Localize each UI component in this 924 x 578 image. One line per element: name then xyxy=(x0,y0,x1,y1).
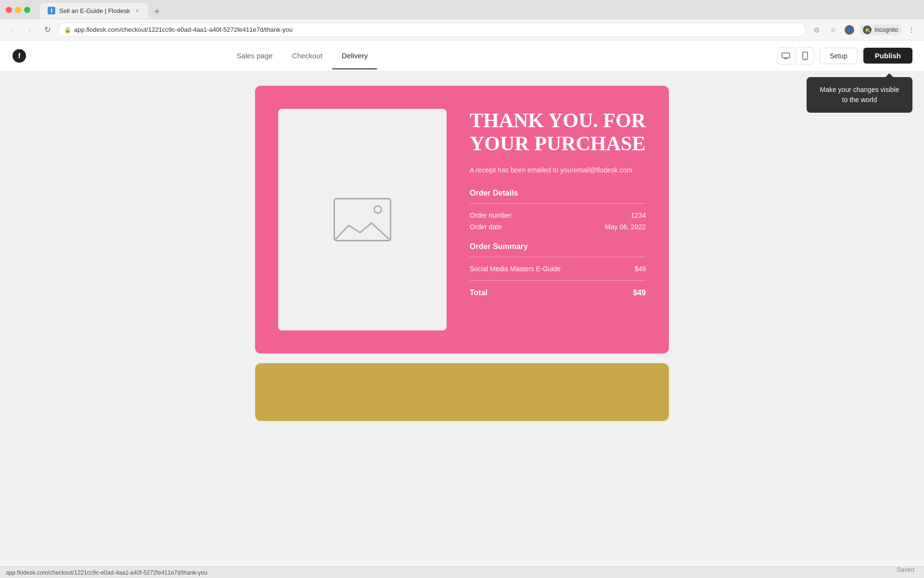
desktop-icon xyxy=(782,53,790,59)
refresh-button[interactable]: ↻ xyxy=(40,23,54,37)
menu-button[interactable]: ⋮ xyxy=(905,23,918,37)
mobile-icon xyxy=(802,52,808,60)
nav-delivery[interactable]: Delivery xyxy=(332,42,377,69)
product-row: Social Media Masters E-Guide $49 xyxy=(470,265,646,273)
thankyou-card: THANK YOU. FOR YOUR PURCHASE A receipt h… xyxy=(255,86,669,354)
order-number-row: Order number 1234 xyxy=(470,211,646,219)
total-divider xyxy=(470,280,646,281)
url-text: app.flodesk.com/checkout/1221cc9c-e0ad-4… xyxy=(74,26,293,33)
page-container: THANK YOU. FOR YOUR PURCHASE A receipt h… xyxy=(255,86,669,421)
order-content: THANK YOU. FOR YOUR PURCHASE A receipt h… xyxy=(470,109,646,301)
traffic-lights xyxy=(6,7,30,13)
svg-rect-0 xyxy=(782,53,790,58)
app-nav: Sales page Checkout Delivery xyxy=(227,42,378,69)
nav-actions: ⊙ ☆ 👤 🕵 Incognito ⋮ xyxy=(810,23,918,37)
browser-nav: ‹ › ↻ 🔒 app.flodesk.com/checkout/1221cc9… xyxy=(0,19,924,40)
incognito-badge: 🕵 Incognito xyxy=(859,25,902,35)
profile-button[interactable]: 👤 xyxy=(843,23,856,37)
gold-card xyxy=(255,363,669,421)
cast-button[interactable]: ⊙ xyxy=(810,23,823,37)
back-button[interactable]: ‹ xyxy=(6,23,19,37)
product-label: Social Media Masters E-Guide xyxy=(470,265,561,273)
lock-icon: 🔒 xyxy=(64,26,71,33)
total-label: Total xyxy=(470,289,488,297)
app-header: f Sales page Checkout Delivery xyxy=(0,40,924,71)
order-number-label: Order number xyxy=(470,211,512,219)
order-details-divider xyxy=(470,203,646,204)
total-row: Total $49 xyxy=(470,289,646,297)
forward-button[interactable]: › xyxy=(23,23,37,37)
view-toggle xyxy=(777,47,814,65)
order-date-row: Order date May 06, 2022 xyxy=(470,223,646,231)
bookmark-button[interactable]: ☆ xyxy=(826,23,840,37)
publish-tooltip: Make your changes visible to the world xyxy=(807,77,912,113)
order-summary-section: Order Summary Social Media Masters E-Gui… xyxy=(470,242,646,297)
new-tab-button[interactable]: + xyxy=(150,5,164,18)
order-number-value: 1234 xyxy=(631,211,646,219)
close-window-button[interactable] xyxy=(6,7,12,13)
browser-tab[interactable]: f Sell an E-Guide | Flodesk × xyxy=(40,3,148,18)
tab-title: Sell an E-Guide | Flodesk xyxy=(59,7,130,14)
publish-button[interactable]: Publish xyxy=(863,48,912,64)
order-details-section: Order Details Order number 1234 Order da… xyxy=(470,189,646,231)
order-summary-divider xyxy=(470,257,646,257)
status-url: app.flodesk.com/checkout/1221cc9c-e0ad-4… xyxy=(6,569,207,576)
saved-status: Saved xyxy=(897,566,914,573)
nav-checkout[interactable]: Checkout xyxy=(282,42,332,69)
status-bar: app.flodesk.com/checkout/1221cc9c-e0ad-4… xyxy=(0,566,924,578)
order-date-label: Order date xyxy=(470,223,502,231)
product-image xyxy=(278,109,447,330)
desktop-view-button[interactable] xyxy=(777,47,795,65)
total-value: $49 xyxy=(633,289,646,297)
tab-close-button[interactable]: × xyxy=(134,7,141,14)
image-placeholder-icon xyxy=(334,198,391,241)
setup-button[interactable]: Setup xyxy=(820,48,858,64)
minimize-window-button[interactable] xyxy=(15,7,21,13)
order-summary-label: Order Summary xyxy=(470,242,646,251)
main-content: THANK YOU. FOR YOUR PURCHASE A receipt h… xyxy=(0,71,924,561)
browser-titlebar: f Sell an E-Guide | Flodesk × + xyxy=(0,0,924,19)
tab-favicon: f xyxy=(48,7,55,14)
header-actions: Setup Publish xyxy=(777,47,912,65)
receipt-text: A receipt has been emailed to youremail@… xyxy=(470,165,646,175)
incognito-icon: 🕵 xyxy=(863,26,872,34)
incognito-label: Incognito xyxy=(874,26,898,33)
thank-you-title: THANK YOU. FOR YOUR PURCHASE xyxy=(470,109,646,156)
nav-sales-page[interactable]: Sales page xyxy=(227,42,282,69)
order-date-value: May 06, 2022 xyxy=(605,223,646,231)
fullscreen-window-button[interactable] xyxy=(24,7,30,13)
flodesk-logo-icon: f xyxy=(13,49,26,63)
order-details-label: Order Details xyxy=(470,189,646,197)
svg-point-4 xyxy=(805,58,806,59)
mobile-view-button[interactable] xyxy=(796,47,814,65)
address-bar[interactable]: 🔒 app.flodesk.com/checkout/1221cc9c-e0ad… xyxy=(58,23,806,37)
app-logo[interactable]: f xyxy=(12,48,27,64)
product-price: $49 xyxy=(635,265,646,273)
